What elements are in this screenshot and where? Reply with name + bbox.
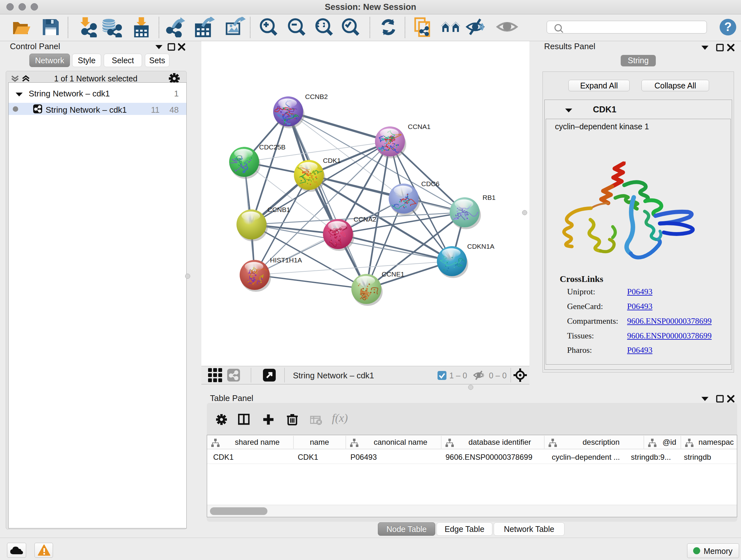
svg-text:CDK1: CDK1 bbox=[323, 157, 341, 164]
svg-text:CCNA2: CCNA2 bbox=[354, 215, 376, 223]
svg-text:?: ? bbox=[724, 20, 731, 34]
svg-text:CDC6: CDC6 bbox=[421, 180, 440, 187]
svg-text:CCNA1: CCNA1 bbox=[408, 123, 430, 130]
svg-text:CCNB2: CCNB2 bbox=[305, 93, 328, 100]
svg-text:CDC25B: CDC25B bbox=[259, 143, 286, 151]
svg-text:CDKN1A: CDKN1A bbox=[467, 243, 494, 250]
svg-text:CCNB1: CCNB1 bbox=[267, 206, 290, 213]
svg-text:RB1: RB1 bbox=[482, 194, 495, 201]
svg-text:HIST1H1A: HIST1H1A bbox=[270, 256, 302, 264]
svg-text:CCNE1: CCNE1 bbox=[382, 270, 404, 278]
